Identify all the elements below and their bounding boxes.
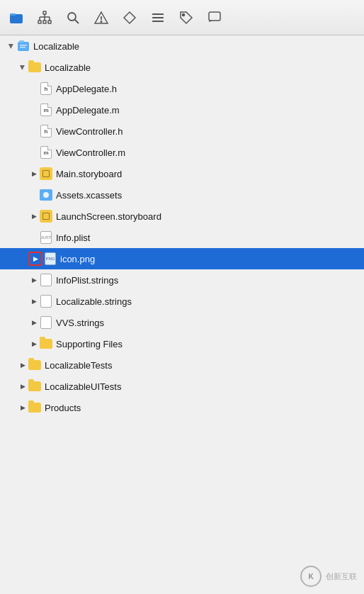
svg-rect-2: [43, 11, 46, 14]
project-icon: [17, 40, 30, 52]
svg-rect-19: [152, 21, 164, 22]
supporting-files-label: Supporting Files: [56, 339, 123, 349]
launchscreen-storyboard-label: LaunchScreen.storyboard: [56, 211, 161, 222]
localizable-disclosure[interactable]: [17, 62, 28, 73]
infoplist-strings-disclosure[interactable]: [28, 274, 40, 286]
icon-png[interactable]: PNG icon.png: [0, 248, 364, 269]
svg-rect-17: [152, 13, 164, 15]
info-plist[interactable]: JUST Info.plist: [0, 227, 364, 248]
search-nav-icon[interactable]: [65, 10, 81, 26]
localizable-tests-folder-icon: [28, 359, 41, 371]
products[interactable]: Products: [0, 397, 364, 418]
h-file-icon: h: [40, 82, 52, 95]
watermark-logo-text: K: [308, 573, 313, 581]
png-file-icon: PNG: [44, 252, 57, 265]
svg-rect-5: [48, 21, 51, 23]
localizable-strings-icon: [40, 295, 52, 308]
appdelegate-m[interactable]: m AppDelegate.m: [0, 99, 364, 121]
info-plist-label: Info.plist: [56, 232, 90, 243]
tag-nav-icon[interactable]: [178, 10, 194, 26]
appdelegate-h-label: AppDelegate.h: [56, 84, 117, 94]
main-storyboard[interactable]: Main.storyboard: [0, 163, 364, 184]
vvs-strings-label: VVS.strings: [56, 318, 104, 328]
localizable-tests-disclosure[interactable]: [17, 359, 28, 371]
svg-point-27: [43, 192, 49, 198]
localizable-ui-tests-folder-icon: [28, 380, 41, 393]
localizable-ui-tests-label: LocalizableUITests: [45, 381, 121, 392]
svg-point-11: [68, 13, 76, 21]
svg-rect-26: [20, 47, 25, 48]
vvs-strings[interactable]: VVS.strings: [0, 312, 364, 333]
root-label: Localizable: [33, 41, 79, 52]
localizable-folder-label: Localizable: [45, 62, 91, 73]
svg-rect-3: [38, 21, 41, 23]
svg-rect-23: [18, 42, 29, 51]
m-file-icon: m: [40, 103, 52, 116]
warning-nav-icon[interactable]: [93, 10, 109, 26]
svg-rect-1: [10, 13, 16, 16]
localizable-tests-label: LocalizableTests: [45, 360, 112, 371]
infoplist-strings-icon: [40, 274, 52, 286]
svg-point-20: [183, 13, 185, 16]
svg-marker-16: [124, 12, 135, 23]
svg-rect-4: [43, 21, 46, 23]
appdelegate-h[interactable]: h AppDelegate.h: [0, 78, 364, 99]
plist-file-icon: JUST: [40, 231, 52, 244]
svg-rect-21: [209, 12, 220, 21]
svg-point-15: [101, 21, 102, 22]
hierarchy-nav-icon[interactable]: [37, 10, 52, 26]
products-disclosure[interactable]: [17, 402, 28, 413]
supporting-files[interactable]: Supporting Files: [0, 333, 364, 354]
localizable-tests[interactable]: LocalizableTests: [0, 354, 364, 376]
viewcontroller-m[interactable]: m ViewController.m: [0, 142, 364, 163]
viewcontroller-h-label: ViewController.h: [56, 126, 123, 137]
folder-yellow-icon: [28, 61, 41, 74]
localizable-strings-disclosure[interactable]: [28, 296, 40, 307]
root-disclosure[interactable]: [6, 40, 17, 52]
main-container: Localizable Localizable h AppDelegate.h …: [0, 35, 364, 594]
main-storyboard-disclosure[interactable]: [28, 168, 40, 179]
assets-xcassets-label: Assets.xcassets: [56, 190, 122, 201]
xcassets-icon: [40, 189, 52, 201]
svg-rect-24: [19, 40, 24, 43]
diamond-nav-icon[interactable]: [122, 10, 137, 26]
localizable-ui-tests[interactable]: LocalizableUITests: [0, 376, 364, 397]
svg-line-22: [209, 21, 212, 21]
toolbar: [0, 0, 364, 35]
localizable-folder[interactable]: Localizable: [0, 57, 364, 78]
localizable-strings[interactable]: Localizable.strings: [0, 291, 364, 312]
chat-nav-icon[interactable]: [207, 10, 222, 26]
infoplist-strings-label: InfoPlist.strings: [56, 275, 118, 286]
storyboard-icon: [40, 167, 52, 180]
localizable-strings-label: Localizable.strings: [56, 296, 132, 307]
watermark: K 创新互联: [300, 566, 357, 587]
appdelegate-m-label: AppDelegate.m: [56, 105, 120, 116]
svg-rect-18: [152, 17, 164, 18]
launchscreen-storyboard[interactable]: LaunchScreen.storyboard: [0, 206, 364, 227]
viewcontroller-h-icon: h: [40, 125, 52, 138]
assets-xcassets[interactable]: Assets.xcassets: [0, 184, 364, 206]
svg-rect-25: [20, 45, 27, 46]
supporting-files-disclosure[interactable]: [28, 338, 40, 349]
products-folder-icon: [28, 401, 41, 414]
main-storyboard-label: Main.storyboard: [56, 169, 122, 179]
localizable-ui-tests-disclosure[interactable]: [17, 381, 28, 392]
tree-root[interactable]: Localizable: [0, 35, 364, 57]
svg-line-12: [75, 19, 79, 23]
watermark-label: 创新互联: [326, 571, 357, 582]
folder-nav-icon[interactable]: [8, 10, 24, 26]
launchscreen-disclosure[interactable]: [28, 211, 40, 222]
supporting-files-folder-icon: [40, 337, 52, 350]
launchscreen-storyboard-icon: [40, 210, 52, 223]
file-tree: Localizable Localizable h AppDelegate.h …: [0, 35, 364, 594]
icon-png-label: icon.png: [60, 254, 95, 264]
icon-png-disclosure[interactable]: [28, 252, 42, 266]
viewcontroller-m-icon: m: [40, 146, 52, 159]
viewcontroller-h[interactable]: h ViewController.h: [0, 121, 364, 142]
vvs-strings-disclosure[interactable]: [28, 317, 40, 328]
watermark-logo: K: [300, 566, 322, 587]
vvs-strings-icon: [40, 316, 52, 329]
list-nav-icon[interactable]: [150, 10, 166, 26]
viewcontroller-m-label: ViewController.m: [56, 147, 125, 158]
infoplist-strings[interactable]: InfoPlist.strings: [0, 269, 364, 291]
